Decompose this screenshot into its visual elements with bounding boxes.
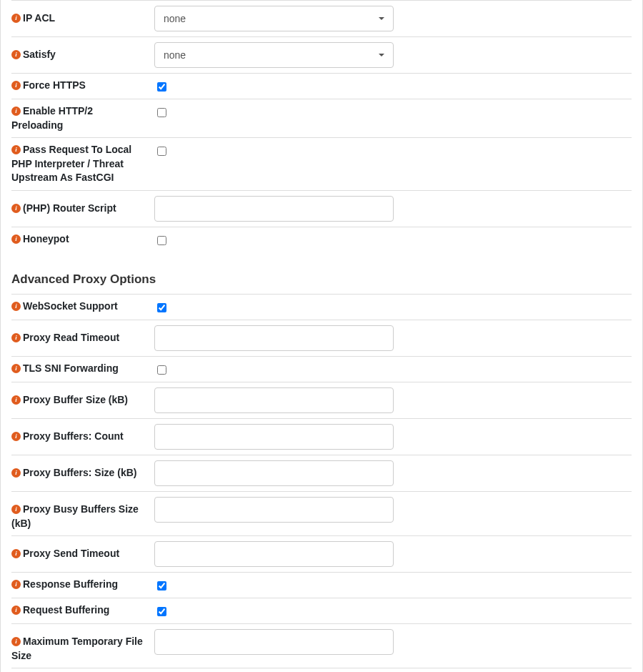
label-request-buffering: iRequest Buffering: [11, 603, 154, 618]
proxy-read-timeout-input[interactable]: [154, 325, 394, 351]
info-icon[interactable]: i: [11, 81, 21, 90]
label-proxy-send-timeout: iProxy Send Timeout: [11, 541, 154, 561]
checkbox-wrap: [154, 603, 169, 618]
form-row-websocket: iWebSocket Support: [11, 294, 632, 320]
force-https-checkbox[interactable]: [157, 82, 166, 92]
info-icon[interactable]: i: [11, 204, 21, 213]
label-text: Force HTTPS: [23, 79, 86, 91]
info-icon[interactable]: i: [11, 549, 21, 558]
form-row-response-buffering: iResponse Buffering: [11, 572, 632, 598]
label-text: Response Buffering: [23, 578, 118, 590]
form-row-ignore-client-abort: iIgnore Client Abort: [11, 668, 632, 672]
form-row-proxy-buffer-size: iProxy Buffer Size (kB): [11, 382, 632, 418]
label-text: TLS SNI Forwarding: [23, 362, 119, 374]
label-websocket: iWebSocket Support: [11, 300, 154, 314]
websocket-checkbox[interactable]: [157, 303, 166, 312]
select-value: none: [164, 13, 186, 24]
form-row-proxy-buffers-count: iProxy Buffers: Count: [11, 418, 632, 455]
checkbox-wrap: [154, 578, 169, 593]
info-icon[interactable]: i: [11, 580, 21, 589]
label-honeypot: iHoneypot: [11, 232, 154, 247]
info-icon[interactable]: i: [11, 364, 21, 373]
info-icon[interactable]: i: [11, 50, 21, 59]
http2-preload-checkbox[interactable]: [157, 108, 166, 117]
info-icon[interactable]: i: [11, 468, 21, 478]
info-icon[interactable]: i: [11, 505, 21, 514]
label-text: Pass Request To Local PHP Interpreter / …: [11, 144, 131, 183]
proxy-busy-buffers-input[interactable]: [154, 497, 394, 523]
form-row-pass-local-php: iPass Request To Local PHP Interpreter /…: [11, 137, 632, 190]
info-icon[interactable]: i: [11, 107, 21, 116]
label-proxy-read-timeout: iProxy Read Timeout: [11, 325, 154, 345]
input-col: none: [154, 42, 394, 68]
input-col: [154, 603, 394, 618]
settings-panel: iIP ACLnoneiSatisfynoneiForce HTTPSiEnab…: [0, 0, 643, 672]
form-row-max-temp-file: iMaximum Temporary File Size: [11, 623, 632, 668]
checkbox-wrap: [154, 300, 169, 315]
pass-local-php-checkbox[interactable]: [157, 147, 166, 156]
form-row-ip-acl: iIP ACLnone: [11, 0, 632, 36]
form-row-proxy-send-timeout: iProxy Send Timeout: [11, 535, 632, 572]
max-temp-file-input[interactable]: [154, 629, 394, 655]
input-col: [154, 497, 394, 523]
input-col: [154, 104, 394, 119]
proxy-buffers-size-input[interactable]: [154, 460, 394, 486]
input-col: [154, 232, 394, 247]
info-icon[interactable]: i: [11, 302, 21, 311]
label-proxy-buffer-size: iProxy Buffer Size (kB): [11, 387, 154, 407]
form-row-php-router: i(PHP) Router Script: [11, 190, 632, 227]
input-col: [154, 541, 394, 567]
php-router-input[interactable]: [154, 196, 394, 222]
label-text: Proxy Read Timeout: [23, 332, 119, 343]
label-text: Honeypot: [23, 233, 69, 244]
form-row-force-https: iForce HTTPS: [11, 73, 632, 99]
info-icon[interactable]: i: [11, 145, 21, 154]
label-ip-acl: iIP ACL: [11, 6, 154, 26]
label-force-https: iForce HTTPS: [11, 79, 154, 93]
proxy-send-timeout-input[interactable]: [154, 541, 394, 567]
form-row-http2-preload: iEnable HTTP/2 Preloading: [11, 99, 632, 137]
honeypot-checkbox[interactable]: [157, 236, 166, 245]
input-col: [154, 143, 394, 158]
form-row-request-buffering: iRequest Buffering: [11, 598, 632, 623]
checkbox-wrap: [154, 362, 169, 377]
form-row-tls-sni: iTLS SNI Forwarding: [11, 356, 632, 382]
info-icon[interactable]: i: [11, 14, 21, 23]
label-response-buffering: iResponse Buffering: [11, 578, 154, 592]
input-col: [154, 300, 394, 315]
info-icon[interactable]: i: [11, 234, 21, 244]
label-proxy-busy-buffers: iProxy Busy Buffers Size (kB): [11, 497, 154, 530]
form-row-honeypot: iHoneypot: [11, 227, 632, 252]
chevron-down-icon: [379, 54, 384, 56]
satisfy-select[interactable]: none: [154, 42, 394, 68]
label-proxy-buffers-size: iProxy Buffers: Size (kB): [11, 460, 154, 480]
info-icon[interactable]: i: [11, 432, 21, 441]
checkbox-wrap: [154, 143, 169, 158]
checkbox-wrap: [154, 232, 169, 247]
request-buffering-checkbox[interactable]: [157, 607, 166, 616]
label-text: Enable HTTP/2 Preloading: [11, 105, 93, 131]
info-icon[interactable]: i: [11, 606, 21, 615]
label-proxy-buffers-count: iProxy Buffers: Count: [11, 424, 154, 444]
label-text: Satisfy: [23, 49, 56, 60]
label-max-temp-file: iMaximum Temporary File Size: [11, 629, 154, 663]
label-pass-local-php: iPass Request To Local PHP Interpreter /…: [11, 143, 154, 185]
label-http2-preload: iEnable HTTP/2 Preloading: [11, 104, 154, 132]
info-icon[interactable]: i: [11, 333, 21, 342]
proxy-buffers-count-input[interactable]: [154, 424, 394, 450]
tls-sni-checkbox[interactable]: [157, 365, 166, 375]
input-col: [154, 325, 394, 351]
proxy-section: iWebSocket SupportiProxy Read TimeoutiTL…: [11, 294, 632, 672]
label-php-router: i(PHP) Router Script: [11, 196, 154, 216]
info-icon[interactable]: i: [11, 637, 21, 646]
input-col: [154, 460, 394, 486]
input-col: [154, 196, 394, 222]
ip-acl-select[interactable]: none: [154, 6, 394, 31]
input-col: [154, 79, 394, 94]
select-value: none: [164, 49, 186, 61]
proxy-buffer-size-input[interactable]: [154, 387, 394, 413]
response-buffering-checkbox[interactable]: [157, 581, 166, 591]
chevron-down-icon: [379, 17, 384, 20]
info-icon[interactable]: i: [11, 395, 21, 405]
form-row-proxy-read-timeout: iProxy Read Timeout: [11, 320, 632, 356]
